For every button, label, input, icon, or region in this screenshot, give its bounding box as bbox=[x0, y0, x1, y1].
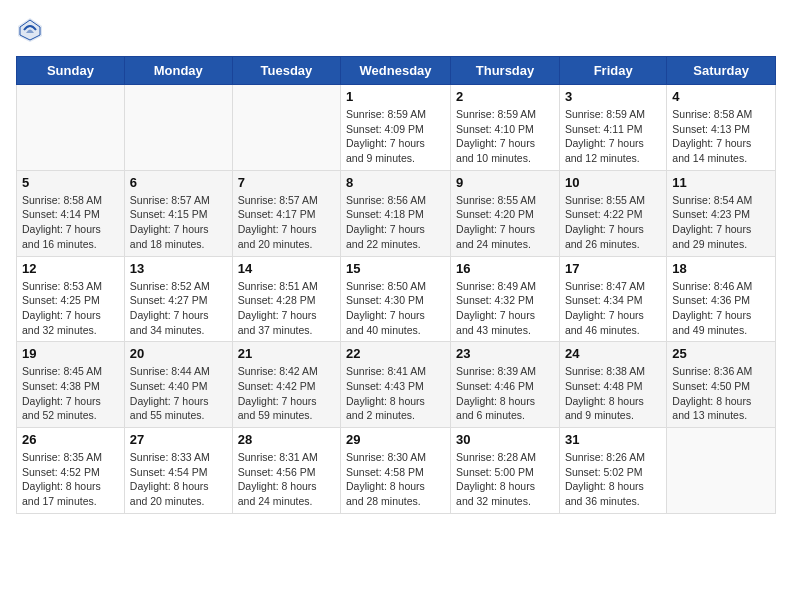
calendar-cell bbox=[667, 428, 776, 514]
calendar-cell: 10Sunrise: 8:55 AM Sunset: 4:22 PM Dayli… bbox=[559, 170, 666, 256]
day-info: Sunrise: 8:36 AM Sunset: 4:50 PM Dayligh… bbox=[672, 364, 770, 423]
day-info: Sunrise: 8:55 AM Sunset: 4:20 PM Dayligh… bbox=[456, 193, 554, 252]
day-number: 25 bbox=[672, 346, 770, 361]
calendar-cell: 28Sunrise: 8:31 AM Sunset: 4:56 PM Dayli… bbox=[232, 428, 340, 514]
day-info: Sunrise: 8:55 AM Sunset: 4:22 PM Dayligh… bbox=[565, 193, 661, 252]
calendar-cell: 22Sunrise: 8:41 AM Sunset: 4:43 PM Dayli… bbox=[341, 342, 451, 428]
day-number: 22 bbox=[346, 346, 445, 361]
calendar-cell: 21Sunrise: 8:42 AM Sunset: 4:42 PM Dayli… bbox=[232, 342, 340, 428]
calendar-week-row: 5Sunrise: 8:58 AM Sunset: 4:14 PM Daylig… bbox=[17, 170, 776, 256]
day-number: 27 bbox=[130, 432, 227, 447]
calendar-header-row: SundayMondayTuesdayWednesdayThursdayFrid… bbox=[17, 57, 776, 85]
day-number: 18 bbox=[672, 261, 770, 276]
calendar-week-row: 12Sunrise: 8:53 AM Sunset: 4:25 PM Dayli… bbox=[17, 256, 776, 342]
day-number: 6 bbox=[130, 175, 227, 190]
day-number: 5 bbox=[22, 175, 119, 190]
calendar-cell: 29Sunrise: 8:30 AM Sunset: 4:58 PM Dayli… bbox=[341, 428, 451, 514]
calendar-cell: 23Sunrise: 8:39 AM Sunset: 4:46 PM Dayli… bbox=[451, 342, 560, 428]
day-info: Sunrise: 8:58 AM Sunset: 4:14 PM Dayligh… bbox=[22, 193, 119, 252]
day-header-sunday: Sunday bbox=[17, 57, 125, 85]
day-info: Sunrise: 8:46 AM Sunset: 4:36 PM Dayligh… bbox=[672, 279, 770, 338]
calendar-cell: 17Sunrise: 8:47 AM Sunset: 4:34 PM Dayli… bbox=[559, 256, 666, 342]
day-info: Sunrise: 8:59 AM Sunset: 4:09 PM Dayligh… bbox=[346, 107, 445, 166]
day-info: Sunrise: 8:31 AM Sunset: 4:56 PM Dayligh… bbox=[238, 450, 335, 509]
calendar-cell: 9Sunrise: 8:55 AM Sunset: 4:20 PM Daylig… bbox=[451, 170, 560, 256]
calendar-cell: 26Sunrise: 8:35 AM Sunset: 4:52 PM Dayli… bbox=[17, 428, 125, 514]
day-number: 14 bbox=[238, 261, 335, 276]
calendar-cell bbox=[124, 85, 232, 171]
calendar-cell: 12Sunrise: 8:53 AM Sunset: 4:25 PM Dayli… bbox=[17, 256, 125, 342]
day-header-wednesday: Wednesday bbox=[341, 57, 451, 85]
day-number: 16 bbox=[456, 261, 554, 276]
day-number: 1 bbox=[346, 89, 445, 104]
day-info: Sunrise: 8:30 AM Sunset: 4:58 PM Dayligh… bbox=[346, 450, 445, 509]
calendar-cell: 31Sunrise: 8:26 AM Sunset: 5:02 PM Dayli… bbox=[559, 428, 666, 514]
calendar-cell: 1Sunrise: 8:59 AM Sunset: 4:09 PM Daylig… bbox=[341, 85, 451, 171]
calendar-cell bbox=[17, 85, 125, 171]
calendar-cell: 11Sunrise: 8:54 AM Sunset: 4:23 PM Dayli… bbox=[667, 170, 776, 256]
calendar-week-row: 26Sunrise: 8:35 AM Sunset: 4:52 PM Dayli… bbox=[17, 428, 776, 514]
calendar-cell bbox=[232, 85, 340, 171]
logo bbox=[16, 16, 48, 44]
day-number: 24 bbox=[565, 346, 661, 361]
day-number: 3 bbox=[565, 89, 661, 104]
day-number: 9 bbox=[456, 175, 554, 190]
day-info: Sunrise: 8:38 AM Sunset: 4:48 PM Dayligh… bbox=[565, 364, 661, 423]
day-info: Sunrise: 8:44 AM Sunset: 4:40 PM Dayligh… bbox=[130, 364, 227, 423]
day-number: 13 bbox=[130, 261, 227, 276]
day-number: 15 bbox=[346, 261, 445, 276]
day-info: Sunrise: 8:42 AM Sunset: 4:42 PM Dayligh… bbox=[238, 364, 335, 423]
logo-icon bbox=[16, 16, 44, 44]
day-info: Sunrise: 8:58 AM Sunset: 4:13 PM Dayligh… bbox=[672, 107, 770, 166]
day-info: Sunrise: 8:49 AM Sunset: 4:32 PM Dayligh… bbox=[456, 279, 554, 338]
calendar-cell: 4Sunrise: 8:58 AM Sunset: 4:13 PM Daylig… bbox=[667, 85, 776, 171]
day-info: Sunrise: 8:56 AM Sunset: 4:18 PM Dayligh… bbox=[346, 193, 445, 252]
day-header-monday: Monday bbox=[124, 57, 232, 85]
calendar-cell: 8Sunrise: 8:56 AM Sunset: 4:18 PM Daylig… bbox=[341, 170, 451, 256]
day-number: 21 bbox=[238, 346, 335, 361]
day-number: 10 bbox=[565, 175, 661, 190]
day-number: 30 bbox=[456, 432, 554, 447]
day-info: Sunrise: 8:50 AM Sunset: 4:30 PM Dayligh… bbox=[346, 279, 445, 338]
day-number: 4 bbox=[672, 89, 770, 104]
calendar-week-row: 1Sunrise: 8:59 AM Sunset: 4:09 PM Daylig… bbox=[17, 85, 776, 171]
calendar-cell: 25Sunrise: 8:36 AM Sunset: 4:50 PM Dayli… bbox=[667, 342, 776, 428]
day-number: 31 bbox=[565, 432, 661, 447]
page-header bbox=[16, 16, 776, 44]
calendar-cell: 16Sunrise: 8:49 AM Sunset: 4:32 PM Dayli… bbox=[451, 256, 560, 342]
day-number: 23 bbox=[456, 346, 554, 361]
day-header-saturday: Saturday bbox=[667, 57, 776, 85]
day-header-tuesday: Tuesday bbox=[232, 57, 340, 85]
calendar-cell: 7Sunrise: 8:57 AM Sunset: 4:17 PM Daylig… bbox=[232, 170, 340, 256]
day-number: 12 bbox=[22, 261, 119, 276]
day-info: Sunrise: 8:53 AM Sunset: 4:25 PM Dayligh… bbox=[22, 279, 119, 338]
day-number: 26 bbox=[22, 432, 119, 447]
day-info: Sunrise: 8:39 AM Sunset: 4:46 PM Dayligh… bbox=[456, 364, 554, 423]
day-info: Sunrise: 8:26 AM Sunset: 5:02 PM Dayligh… bbox=[565, 450, 661, 509]
day-number: 8 bbox=[346, 175, 445, 190]
day-info: Sunrise: 8:45 AM Sunset: 4:38 PM Dayligh… bbox=[22, 364, 119, 423]
day-info: Sunrise: 8:57 AM Sunset: 4:15 PM Dayligh… bbox=[130, 193, 227, 252]
day-info: Sunrise: 8:59 AM Sunset: 4:10 PM Dayligh… bbox=[456, 107, 554, 166]
day-info: Sunrise: 8:35 AM Sunset: 4:52 PM Dayligh… bbox=[22, 450, 119, 509]
calendar-cell: 20Sunrise: 8:44 AM Sunset: 4:40 PM Dayli… bbox=[124, 342, 232, 428]
calendar-cell: 5Sunrise: 8:58 AM Sunset: 4:14 PM Daylig… bbox=[17, 170, 125, 256]
day-number: 29 bbox=[346, 432, 445, 447]
calendar-cell: 24Sunrise: 8:38 AM Sunset: 4:48 PM Dayli… bbox=[559, 342, 666, 428]
day-number: 7 bbox=[238, 175, 335, 190]
day-header-thursday: Thursday bbox=[451, 57, 560, 85]
day-info: Sunrise: 8:59 AM Sunset: 4:11 PM Dayligh… bbox=[565, 107, 661, 166]
day-number: 20 bbox=[130, 346, 227, 361]
day-header-friday: Friday bbox=[559, 57, 666, 85]
calendar-table: SundayMondayTuesdayWednesdayThursdayFrid… bbox=[16, 56, 776, 514]
calendar-cell: 14Sunrise: 8:51 AM Sunset: 4:28 PM Dayli… bbox=[232, 256, 340, 342]
calendar-cell: 6Sunrise: 8:57 AM Sunset: 4:15 PM Daylig… bbox=[124, 170, 232, 256]
calendar-cell: 30Sunrise: 8:28 AM Sunset: 5:00 PM Dayli… bbox=[451, 428, 560, 514]
calendar-cell: 15Sunrise: 8:50 AM Sunset: 4:30 PM Dayli… bbox=[341, 256, 451, 342]
calendar-week-row: 19Sunrise: 8:45 AM Sunset: 4:38 PM Dayli… bbox=[17, 342, 776, 428]
day-info: Sunrise: 8:54 AM Sunset: 4:23 PM Dayligh… bbox=[672, 193, 770, 252]
day-info: Sunrise: 8:47 AM Sunset: 4:34 PM Dayligh… bbox=[565, 279, 661, 338]
day-number: 17 bbox=[565, 261, 661, 276]
day-info: Sunrise: 8:51 AM Sunset: 4:28 PM Dayligh… bbox=[238, 279, 335, 338]
day-info: Sunrise: 8:33 AM Sunset: 4:54 PM Dayligh… bbox=[130, 450, 227, 509]
